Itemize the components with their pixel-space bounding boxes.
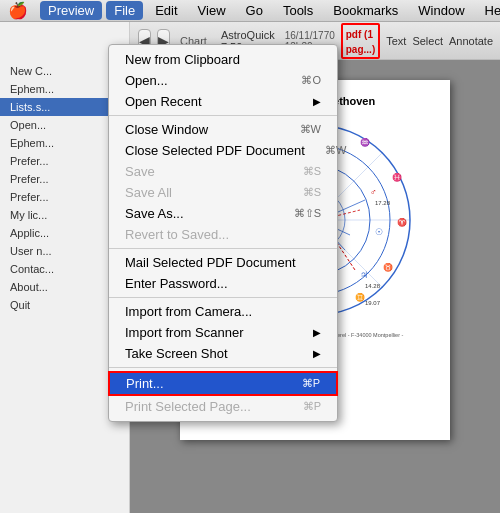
app-window: New C... Ephem... Lists.s... Open... Eph… [0,22,500,513]
menu-save[interactable]: Save ⌘S [109,161,337,182]
menu-shortcut: ⌘P [302,377,320,390]
menu-item-label: Import from Camera... [125,304,252,319]
menu-item-label: Enter Password... [125,276,228,291]
menubar: 🍎 Preview File Edit View Go Tools Bookma… [0,0,500,22]
svg-text:14.28: 14.28 [365,283,381,289]
submenu-arrow: ▶ [313,96,321,107]
svg-text:♃: ♃ [360,270,368,280]
svg-text:♉: ♉ [383,262,393,272]
menu-item-label: Revert to Saved... [125,227,229,242]
svg-text:♊: ♊ [355,292,365,302]
menu-shortcut: ⌘W [325,144,346,157]
menu-screenshot[interactable]: Take Screen Shot ▶ [109,343,337,364]
menu-revert[interactable]: Revert to Saved... [109,224,337,245]
menu-shortcut: ⌘⇧S [294,207,321,220]
menubar-tools[interactable]: Tools [275,1,321,20]
menubar-preview[interactable]: Preview [40,1,102,20]
annotate-tool[interactable]: Annotate [449,35,493,47]
menu-shortcut: ⌘P [303,400,321,413]
submenu-arrow: ▶ [313,348,321,359]
menu-shortcut: ⌘W [300,123,321,136]
menu-import-camera[interactable]: Import from Camera... [109,301,337,322]
submenu-arrow: ▶ [313,327,321,338]
svg-text:♓: ♓ [392,172,402,182]
menu-close-window[interactable]: Close Window ⌘W [109,119,337,140]
menu-divider [109,297,337,298]
menu-item-label: Save All [125,185,172,200]
menubar-edit[interactable]: Edit [147,1,185,20]
menu-close-pdf[interactable]: Close Selected PDF Document ⌘W [109,140,337,161]
menubar-file[interactable]: File [106,1,143,20]
menu-open[interactable]: Open... ⌘O [109,70,337,91]
menu-divider [109,115,337,116]
menu-item-label: Close Selected PDF Document [125,143,305,158]
menu-print-page[interactable]: Print Selected Page... ⌘P [109,396,337,417]
menu-item-label: Open Recent [125,94,202,109]
menu-print[interactable]: Print... ⌘P [108,371,338,396]
svg-text:♂: ♂ [370,187,377,197]
menu-item-label: Print Selected Page... [125,399,251,414]
menu-save-all[interactable]: Save All ⌘S [109,182,337,203]
file-menu: New from Clipboard Open... ⌘O Open Recen… [108,44,338,422]
menubar-help[interactable]: Help [477,1,500,20]
menu-item-label: Save As... [125,206,184,221]
svg-text:♒: ♒ [360,137,370,147]
pdf-badge-container: pdf (1 pag...) [341,23,380,59]
menu-shortcut: ⌘O [301,74,321,87]
menu-open-recent[interactable]: Open Recent ▶ [109,91,337,112]
menu-mail-pdf[interactable]: Mail Selected PDF Document [109,252,337,273]
menu-item-label: Save [125,164,155,179]
menu-divider [109,367,337,368]
svg-text:♈: ♈ [397,217,407,227]
menu-item-label: New from Clipboard [125,52,240,67]
menu-item-label: Open... [125,73,168,88]
svg-text:☉: ☉ [375,227,383,237]
menu-item-label: Import from Scanner [125,325,244,340]
menu-item-label: Print... [126,376,164,391]
select-tool[interactable]: Select [412,35,443,47]
menu-shortcut: ⌘S [303,186,321,199]
menu-item-label: Mail Selected PDF Document [125,255,296,270]
menubar-go[interactable]: Go [238,1,271,20]
pdf-badge: pdf (1 pag...) [346,29,375,55]
menu-import-scanner[interactable]: Import from Scanner ▶ [109,322,337,343]
menu-save-as[interactable]: Save As... ⌘⇧S [109,203,337,224]
menubar-window[interactable]: Window [410,1,472,20]
text-tool[interactable]: Text [386,35,406,47]
svg-text:17.28: 17.28 [375,200,391,206]
menu-item-label: Close Window [125,122,208,137]
menu-divider [109,248,337,249]
menu-shortcut: ⌘S [303,165,321,178]
apple-menu[interactable]: 🍎 [8,1,28,20]
svg-text:19.07: 19.07 [365,300,381,306]
menu-password[interactable]: Enter Password... [109,273,337,294]
menu-new-clipboard[interactable]: New from Clipboard [109,49,337,70]
menubar-view[interactable]: View [190,1,234,20]
menubar-bookmarks[interactable]: Bookmarks [325,1,406,20]
menu-item-label: Take Screen Shot [125,346,228,361]
